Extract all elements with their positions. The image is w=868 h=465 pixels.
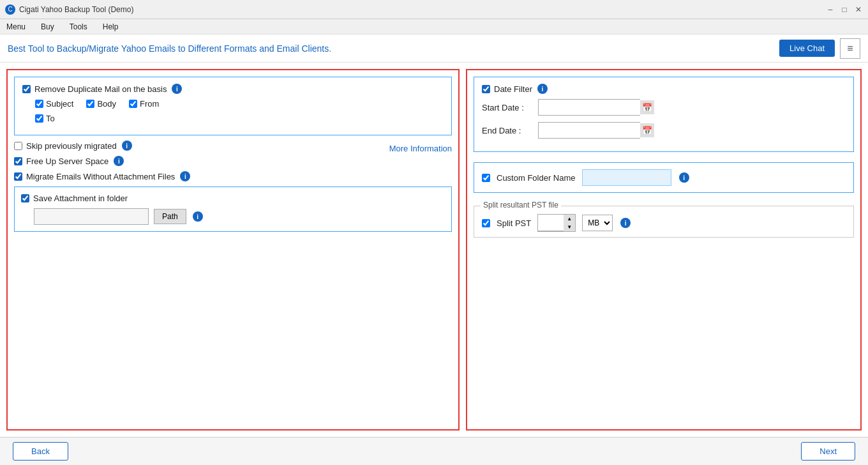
split-value-input[interactable]: 5 <box>538 215 564 231</box>
spin-down-button[interactable]: ▼ <box>564 223 575 231</box>
start-date-wrapper: Jan 1, 2023 📅 <box>538 99 654 116</box>
free-up-space-label: Free Up Server Space <box>26 156 108 166</box>
bottom-bar: Back Next <box>0 437 868 465</box>
custom-folder-input[interactable]: new <box>582 169 671 186</box>
save-attachment-label: Save Attachment in folder <box>33 194 128 203</box>
free-up-space-checkbox[interactable] <box>14 157 22 165</box>
split-pst-section: Split resultant PST file Split PST 5 ▲ ▼… <box>474 206 854 238</box>
subject-option[interactable]: Subject <box>35 99 73 109</box>
maximize-button[interactable]: □ <box>840 5 849 14</box>
split-pst-label: Split PST <box>497 218 531 228</box>
duplicate-mail-label: Remove Duplicate Mail on the basis <box>34 84 167 94</box>
title-bar-controls: – □ ✕ <box>826 5 863 14</box>
end-date-input[interactable]: Mar 31, 2023 <box>538 122 640 139</box>
header-title: Best Tool to Backup/Migrate Yahoo Emails… <box>8 43 331 54</box>
menu-item-buy[interactable]: Buy <box>37 21 58 33</box>
split-pst-checkbox[interactable] <box>482 219 490 227</box>
migrate-no-attachment-checkbox[interactable] <box>14 172 22 181</box>
back-button[interactable]: Back <box>13 442 68 461</box>
menu-item-help[interactable]: Help <box>99 21 123 33</box>
more-info-link[interactable]: More Information <box>389 144 452 153</box>
duplicate-mail-checkbox[interactable] <box>22 85 31 93</box>
skip-migrated-row: Skip previously migrated i <box>14 141 132 151</box>
split-pst-legend: Split resultant PST file <box>481 201 561 210</box>
save-attachment-checkbox[interactable] <box>21 194 29 202</box>
to-option[interactable]: To <box>35 114 55 123</box>
duplicate-mail-info-icon[interactable]: i <box>172 84 182 94</box>
title-bar: C Cigati Yahoo Backup Tool (Demo) – □ ✕ <box>0 0 868 19</box>
split-pst-row: Split PST 5 ▲ ▼ MB GB i <box>482 214 846 232</box>
split-pst-info-icon[interactable]: i <box>620 218 631 228</box>
attachment-box: Save Attachment in folder Path i <box>14 187 452 232</box>
custom-folder-checkbox[interactable] <box>482 174 490 182</box>
unit-select[interactable]: MB GB <box>582 215 613 231</box>
hamburger-button[interactable]: ≡ <box>840 38 860 59</box>
menu-item-menu[interactable]: Menu <box>3 21 29 33</box>
start-date-label: Start Date : <box>482 103 533 112</box>
duplicate-mail-row: Remove Duplicate Mail on the basis i <box>22 84 444 94</box>
end-date-wrapper: Mar 31, 2023 📅 <box>538 122 654 139</box>
custom-folder-info-icon[interactable]: i <box>679 172 689 183</box>
to-checkbox[interactable] <box>35 114 43 123</box>
date-filter-section: Date Filter i Start Date : Jan 1, 2023 📅… <box>474 77 854 152</box>
end-date-row: End Date : Mar 31, 2023 📅 <box>482 122 846 139</box>
skip-migrated-row-wrapper: Skip previously migrated i More Informat… <box>14 141 452 156</box>
skip-migrated-label: Skip previously migrated <box>26 141 117 151</box>
from-checkbox[interactable] <box>129 100 137 108</box>
custom-folder-section: Custom Folder Name new i <box>474 162 854 193</box>
date-filter-label: Date Filter <box>494 84 532 94</box>
skip-migrated-checkbox[interactable] <box>14 142 22 150</box>
spin-up-button[interactable]: ▲ <box>564 215 575 223</box>
free-up-space-row: Free Up Server Space i <box>14 156 452 166</box>
menu-bar: Menu Buy Tools Help <box>0 19 868 34</box>
split-value-spinner: 5 ▲ ▼ <box>537 214 576 232</box>
to-checkbox-row: To <box>35 114 444 123</box>
menu-item-tools[interactable]: Tools <box>66 21 91 33</box>
right-panel: Date Filter i Start Date : Jan 1, 2023 📅… <box>466 69 862 431</box>
start-date-input[interactable]: Jan 1, 2023 <box>538 99 640 116</box>
spin-controls: ▲ ▼ <box>564 215 575 231</box>
migrate-no-attachment-label: Migrate Emails Without Attachment Files <box>26 172 175 181</box>
body-option[interactable]: Body <box>86 99 116 109</box>
skip-migrated-info-icon[interactable]: i <box>122 141 132 151</box>
close-button[interactable]: ✕ <box>854 5 863 14</box>
header-right: Live Chat ≡ <box>779 38 860 59</box>
header-bar: Best Tool to Backup/Migrate Yahoo Emails… <box>0 34 868 63</box>
left-panel: Remove Duplicate Mail on the basis i Sub… <box>6 69 460 431</box>
path-row: Path i <box>34 208 445 225</box>
duplicate-mail-section: Remove Duplicate Mail on the basis i Sub… <box>14 77 452 135</box>
end-date-calendar-icon[interactable]: 📅 <box>640 123 654 137</box>
date-filter-header-row: Date Filter i <box>482 84 846 94</box>
body-checkbox[interactable] <box>86 100 94 108</box>
save-attachment-row: Save Attachment in folder <box>21 194 445 203</box>
migrate-no-attachment-info-icon[interactable]: i <box>180 171 190 181</box>
date-filter-checkbox[interactable] <box>482 85 490 93</box>
sub-checkboxes: Subject Body From <box>35 99 444 109</box>
live-chat-button[interactable]: Live Chat <box>779 40 835 57</box>
path-input[interactable] <box>34 208 149 225</box>
custom-folder-label: Custom Folder Name <box>497 173 576 183</box>
custom-folder-row: Custom Folder Name new i <box>482 169 846 186</box>
main-content: Remove Duplicate Mail on the basis i Sub… <box>0 63 868 437</box>
start-date-calendar-icon[interactable]: 📅 <box>640 100 654 114</box>
free-up-space-info-icon[interactable]: i <box>114 156 124 166</box>
path-info-icon[interactable]: i <box>193 211 203 222</box>
title-bar-text: Cigati Yahoo Backup Tool (Demo) <box>19 5 826 14</box>
end-date-label: End Date : <box>482 126 533 135</box>
subject-checkbox[interactable] <box>35 100 43 108</box>
from-option[interactable]: From <box>129 99 159 109</box>
path-button[interactable]: Path <box>154 209 186 224</box>
start-date-row: Start Date : Jan 1, 2023 📅 <box>482 99 846 116</box>
minimize-button[interactable]: – <box>826 5 835 14</box>
app-icon: C <box>5 4 15 15</box>
migrate-no-attachment-row: Migrate Emails Without Attachment Files … <box>14 171 452 181</box>
next-button[interactable]: Next <box>801 442 855 461</box>
date-filter-info-icon[interactable]: i <box>537 84 548 94</box>
